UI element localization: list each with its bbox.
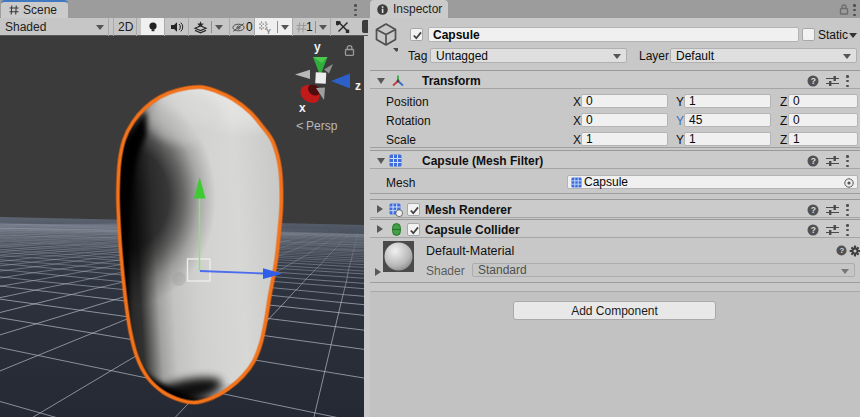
svg-text:?: ? (811, 225, 816, 235)
svg-text:x: x (299, 101, 306, 115)
svg-text:?: ? (811, 76, 816, 86)
svg-text:<: < (296, 118, 304, 133)
svg-text:Persp: Persp (306, 119, 338, 133)
svg-text:?: ? (811, 156, 816, 166)
svg-text:Y: Y (266, 27, 271, 34)
svg-text:?: ? (839, 246, 844, 255)
svg-text:?: ? (811, 205, 816, 215)
svg-text:y: y (314, 40, 321, 54)
svg-text:z: z (355, 79, 361, 93)
